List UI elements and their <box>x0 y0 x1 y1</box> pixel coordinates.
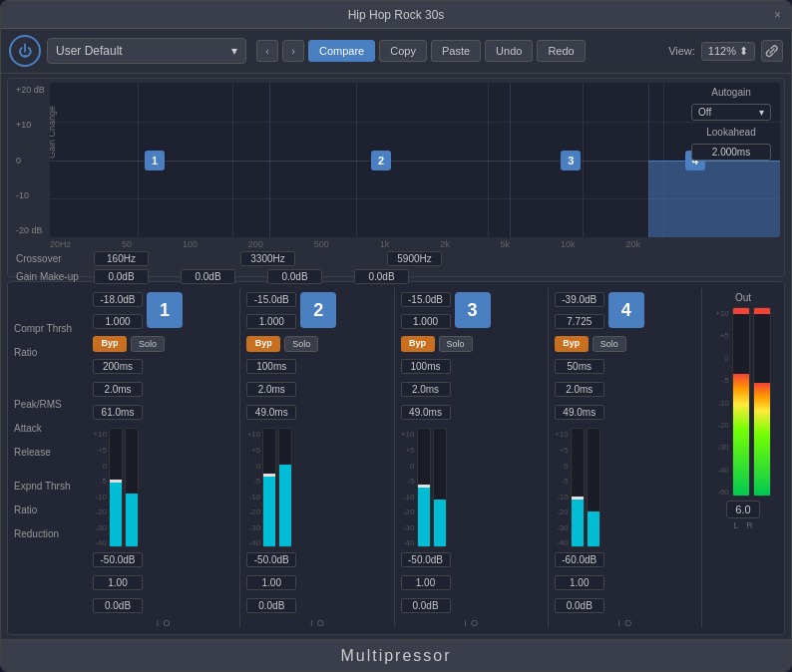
band-1-solo[interactable]: Solo <box>131 336 165 352</box>
band-4-peakrms[interactable]: 50ms <box>555 359 604 374</box>
band-1-peakrms[interactable]: 200ms <box>93 359 143 374</box>
band-1-expnd-thrsh[interactable]: -50.0dB <box>93 552 143 567</box>
band-2-expnd-thrsh[interactable]: -50.0dB <box>246 552 296 567</box>
band-1-attack[interactable]: 2.0ms <box>93 382 143 397</box>
nav-fwd-button[interactable]: › <box>282 40 304 62</box>
band-3-byp[interactable]: Byp <box>401 336 435 352</box>
band-3-compr-thrsh[interactable]: -15.0dB <box>401 292 451 307</box>
band-2-exp-ratio[interactable]: 1.00 <box>246 575 296 590</box>
band-2-release[interactable]: 49.0ms <box>246 405 296 420</box>
band-4-number[interactable]: 4 <box>608 292 644 328</box>
out-meter-r <box>753 307 771 497</box>
band-4-peakrms-row: 50ms <box>555 356 695 377</box>
eq-graph[interactable]: Gain Change 1 2 3 4 <box>50 83 780 237</box>
gainmakeup-2[interactable]: 0.0dB <box>181 269 235 284</box>
band-1-number[interactable]: 1 <box>147 292 183 328</box>
compare-button[interactable]: Compare <box>308 40 375 62</box>
band-1-ratio[interactable]: 1.000 <box>93 314 143 329</box>
power-button[interactable]: ⏻ <box>9 35 41 67</box>
eq-band-2-btn[interactable]: 2 <box>371 151 391 170</box>
band-4-attack[interactable]: 2.0ms <box>555 382 604 397</box>
reduction-label: Reduction <box>14 521 89 545</box>
band-4-release[interactable]: 49.0ms <box>555 405 604 420</box>
out-gain-value[interactable]: 6.0 <box>726 501 759 518</box>
band-3-reduction[interactable]: 0.0dB <box>401 598 451 613</box>
copy-button[interactable]: Copy <box>379 40 427 62</box>
band-1-release[interactable]: 61.0ms <box>93 405 143 420</box>
band-2-solo[interactable]: Solo <box>284 336 318 352</box>
band-4-byp[interactable]: Byp <box>555 336 589 352</box>
crossover-3[interactable]: 5900Hz <box>387 251 442 266</box>
redo-button[interactable]: Redo <box>537 40 585 62</box>
band-4-btns: Byp Solo <box>555 336 695 352</box>
band-4-ratio[interactable]: 7.725 <box>555 314 604 329</box>
freq-20k: 20k <box>625 239 640 249</box>
band-3-meters: +10+50-5-10-20-30-40 <box>401 428 542 547</box>
gainmakeup-4[interactable]: 0.0dB <box>354 269 409 284</box>
paste-button[interactable]: Paste <box>431 40 481 62</box>
band-4-reduction[interactable]: 0.0dB <box>555 598 604 613</box>
band-4-exp-ratio[interactable]: 1.00 <box>555 575 604 590</box>
band-3-exp-ratio[interactable]: 1.00 <box>401 575 451 590</box>
band-4-expratio-row: 1.00 <box>555 572 695 593</box>
band-2-fader-bar <box>278 428 292 547</box>
band-1-exp-ratio[interactable]: 1.00 <box>93 575 143 590</box>
crossover-2[interactable]: 3300Hz <box>240 251 295 266</box>
band-2-attack[interactable]: 2.0ms <box>246 382 296 397</box>
band-4-expnd-thrsh[interactable]: -60.0dB <box>555 552 604 567</box>
band-2-o: O <box>317 618 324 628</box>
band-2-number[interactable]: 2 <box>300 292 336 328</box>
band-3-peakrms[interactable]: 100ms <box>401 359 451 374</box>
band-2-expratio-row: 1.00 <box>246 572 387 593</box>
band-2-reduction[interactable]: 0.0dB <box>246 598 296 613</box>
band-4-i: I <box>618 618 621 628</box>
out-db-10: +10 <box>715 309 729 318</box>
band-2-ratio[interactable]: 1.000 <box>246 314 296 329</box>
autogain-select[interactable]: Off ▾ <box>691 104 771 121</box>
lookahead-value[interactable]: 2.000ms <box>691 144 771 161</box>
gainmakeup-1[interactable]: 0.0dB <box>94 269 149 284</box>
band-1-byp[interactable]: Byp <box>93 336 127 352</box>
band-2-compr-thrsh[interactable]: -15.0dB <box>246 292 296 307</box>
close-button[interactable]: × <box>774 8 781 22</box>
eq-band-1-btn[interactable]: 1 <box>145 151 165 170</box>
band-4-meter-fill <box>572 500 584 546</box>
nav-back-button[interactable]: ‹ <box>256 40 278 62</box>
link-button[interactable] <box>761 40 783 62</box>
band-4-solo[interactable]: Solo <box>593 336 626 352</box>
band-3-number[interactable]: 3 <box>455 292 491 328</box>
band-1-fader-bar <box>125 428 139 547</box>
band-3-ratio[interactable]: 1.000 <box>401 314 451 329</box>
band-1-reduction[interactable]: 0.0dB <box>93 598 143 613</box>
window-title: Hip Hop Rock 30s <box>348 8 445 22</box>
band-2-release-row: 49.0ms <box>246 402 387 423</box>
out-db-m30: -30 <box>717 443 729 452</box>
band-4-reduction-row: 0.0dB <box>555 595 695 616</box>
band-1-peakrms-row: 200ms <box>93 356 233 377</box>
freq-2k: 2k <box>440 239 450 249</box>
view-zoom[interactable]: 112% ⬍ <box>701 42 755 61</box>
preset-dropdown[interactable]: User Default ▾ <box>47 38 246 64</box>
eq-db-labels: +20 dB +10 0 -10 -20 dB <box>12 83 50 237</box>
undo-button[interactable]: Undo <box>485 40 533 62</box>
band-3-btns: Byp Solo <box>401 336 542 352</box>
band-1-compr-thrsh[interactable]: -18.0dB <box>93 292 143 307</box>
band-2-io-labels: I O <box>246 618 387 628</box>
autogain-label: Autogain <box>711 87 750 98</box>
band-3-solo[interactable]: Solo <box>439 336 473 352</box>
band-3-release[interactable]: 49.0ms <box>401 405 451 420</box>
crossover-1[interactable]: 160Hz <box>94 251 149 266</box>
band-3-ratio-row: 1.000 <box>401 310 451 332</box>
band-2-byp[interactable]: Byp <box>246 336 280 352</box>
band-2-peakrms[interactable]: 100ms <box>246 359 296 374</box>
out-fill-l <box>733 374 749 496</box>
autogain-value: Off <box>698 107 711 118</box>
band-3-attack[interactable]: 2.0ms <box>401 382 451 397</box>
gainmakeup-3[interactable]: 0.0dB <box>267 269 322 284</box>
band-3-expnd-thrsh[interactable]: -50.0dB <box>401 552 451 567</box>
band-4-compr-thrsh[interactable]: -39.0dB <box>555 292 604 307</box>
band-2-btns: Byp Solo <box>246 336 387 352</box>
l-label: L <box>733 520 738 530</box>
gainmakeup-label: Gain Make-up <box>16 271 88 282</box>
eq-band-3-btn[interactable]: 3 <box>561 151 581 170</box>
